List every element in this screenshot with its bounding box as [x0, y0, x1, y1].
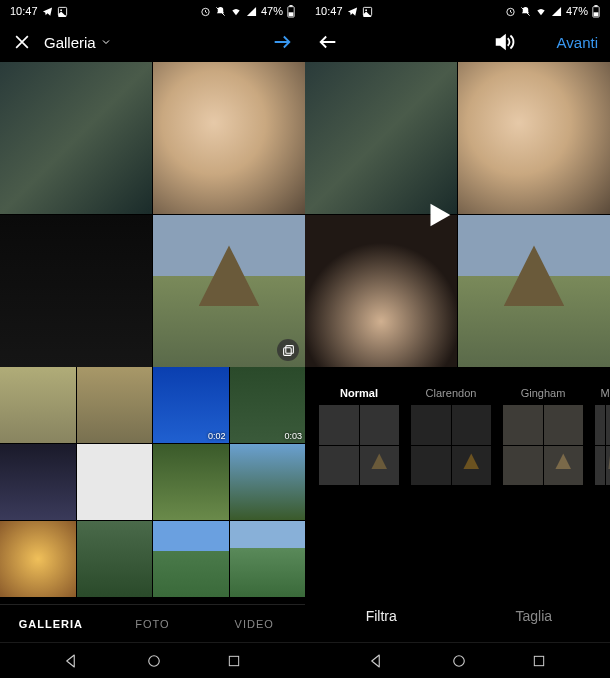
tab-filtra[interactable]: Filtra	[305, 608, 458, 624]
image-icon	[362, 6, 373, 17]
preview-grid	[0, 62, 305, 367]
thumbnail[interactable]	[77, 367, 153, 443]
app-bar-right: Avanti	[305, 22, 610, 62]
svg-point-9	[148, 655, 159, 666]
svg-rect-19	[534, 656, 543, 665]
svg-point-18	[453, 655, 464, 666]
thumbnail[interactable]: 0:03	[230, 367, 306, 443]
thumbnail[interactable]: 0:02	[153, 367, 229, 443]
wifi-icon	[230, 6, 242, 17]
back-arrow-icon[interactable]	[317, 31, 339, 53]
thumbnail[interactable]	[77, 521, 153, 597]
svg-rect-17	[594, 12, 599, 16]
preview-cell[interactable]	[458, 215, 610, 367]
svg-rect-6	[289, 12, 294, 16]
close-icon[interactable]	[12, 32, 32, 52]
status-bar: 10:47 47%	[0, 0, 305, 22]
chevron-down-icon	[100, 36, 112, 48]
multi-select-icon[interactable]	[277, 339, 299, 361]
tab-taglia[interactable]: Taglia	[458, 608, 611, 624]
nav-home-icon[interactable]	[450, 652, 468, 670]
alarm-icon	[505, 6, 516, 17]
nav-back-icon[interactable]	[368, 652, 386, 670]
signal-icon	[551, 6, 562, 17]
battery-text: 47%	[261, 5, 283, 17]
telegram-icon	[42, 6, 53, 17]
thumbnail[interactable]	[153, 444, 229, 520]
tab-video[interactable]: VIDEO	[203, 618, 305, 630]
android-nav-bar	[0, 642, 305, 678]
thumbnail[interactable]	[0, 444, 76, 520]
nav-recent-icon[interactable]	[531, 653, 547, 669]
svg-rect-7	[285, 345, 293, 353]
thumbnail-grid: 0:02 0:03	[0, 367, 305, 604]
battery-text: 47%	[566, 5, 588, 17]
play-icon[interactable]	[420, 198, 454, 232]
thumbnail[interactable]	[153, 521, 229, 597]
preview-cell[interactable]	[458, 62, 610, 214]
signal-icon	[246, 6, 257, 17]
nav-recent-icon[interactable]	[226, 653, 242, 669]
svg-rect-8	[283, 347, 291, 355]
preview-grid	[305, 62, 610, 367]
thumbnail[interactable]	[0, 367, 76, 443]
next-arrow-icon[interactable]	[271, 31, 293, 53]
nav-back-icon[interactable]	[63, 652, 81, 670]
filter-scroll[interactable]: Normal Clarendon Gingham M	[305, 387, 610, 485]
sound-icon[interactable]	[493, 31, 515, 53]
next-button[interactable]: Avanti	[557, 34, 598, 51]
svg-rect-16	[594, 5, 597, 7]
app-bar-left: Galleria	[0, 22, 305, 62]
filter-clarendon[interactable]: Clarendon	[411, 387, 491, 485]
alarm-icon	[200, 6, 211, 17]
preview-cell[interactable]	[305, 62, 457, 214]
tab-galleria[interactable]: GALLERIA	[0, 618, 102, 630]
svg-point-12	[365, 9, 367, 11]
preview-cell[interactable]	[0, 215, 152, 367]
thumbnail[interactable]	[0, 521, 76, 597]
preview-cell[interactable]	[153, 62, 305, 214]
gallery-dropdown[interactable]: Galleria	[44, 34, 259, 51]
status-time: 10:47	[315, 5, 343, 17]
preview-cell[interactable]	[305, 215, 457, 367]
svg-rect-10	[229, 656, 238, 665]
phone-right: 10:47 47% Avanti Normal	[305, 0, 610, 678]
android-nav-bar	[305, 642, 610, 678]
telegram-icon	[347, 6, 358, 17]
filter-more[interactable]: M	[595, 387, 610, 485]
source-tabs: GALLERIA FOTO VIDEO	[0, 604, 305, 642]
nav-home-icon[interactable]	[145, 652, 163, 670]
preview-cell[interactable]	[153, 215, 305, 367]
dnd-icon	[215, 6, 226, 17]
wifi-icon	[535, 6, 547, 17]
dnd-icon	[520, 6, 531, 17]
filter-gingham[interactable]: Gingham	[503, 387, 583, 485]
svg-rect-5	[289, 5, 292, 7]
preview-cell[interactable]	[0, 62, 152, 214]
battery-icon	[287, 5, 295, 18]
edit-tabs: Filtra Taglia	[305, 590, 610, 642]
tab-foto[interactable]: FOTO	[102, 618, 204, 630]
phone-left: 10:47 47% Galleria	[0, 0, 305, 678]
status-bar: 10:47 47%	[305, 0, 610, 22]
filter-normal[interactable]: Normal	[319, 387, 399, 485]
thumbnail[interactable]	[230, 444, 306, 520]
image-icon	[57, 6, 68, 17]
svg-point-1	[60, 9, 62, 11]
filter-area: Normal Clarendon Gingham M Filtra Taglia	[305, 367, 610, 642]
video-duration: 0:02	[208, 431, 226, 441]
thumbnail[interactable]	[77, 444, 153, 520]
battery-icon	[592, 5, 600, 18]
video-duration: 0:03	[284, 431, 302, 441]
status-time: 10:47	[10, 5, 38, 17]
thumbnail[interactable]	[230, 521, 306, 597]
